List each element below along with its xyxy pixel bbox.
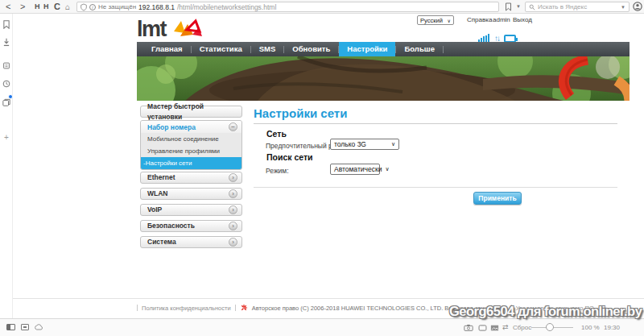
- sidebar-group-title: Набор номера: [147, 123, 196, 131]
- bookmark-dropdown-caret[interactable]: ▼: [516, 4, 521, 9]
- search-icon: [529, 4, 535, 10]
- home-icon[interactable]: ⌂: [65, 1, 70, 13]
- watermark-text: Georg6504 для forum.onliner.by: [449, 304, 642, 319]
- history-clock-icon[interactable]: [2, 80, 10, 88]
- window-mode-icon[interactable]: [21, 324, 29, 330]
- reset-label[interactable]: Сброс: [513, 324, 531, 331]
- nav-statistics[interactable]: Статистика: [192, 42, 250, 56]
- search-dropdown-caret[interactable]: ▼: [621, 5, 625, 10]
- web-page: Русский ∨ Справка admin Выход lmt ↑↓ Гла…: [13, 14, 644, 318]
- reload-icon[interactable]: C: [54, 1, 60, 13]
- section-search-heading: Поиск сети: [266, 152, 313, 162]
- collapse-circle-icon[interactable]: −: [229, 122, 237, 131]
- preferred-mode-select[interactable]: только 3G ∨: [330, 139, 399, 150]
- nav-update[interactable]: Обновить: [284, 42, 338, 56]
- sidebar-item-mobile-connection[interactable]: Мобильное соединение: [141, 133, 242, 145]
- sidebar-item-label: VoIP: [147, 205, 162, 215]
- bookmark-icon[interactable]: [505, 2, 512, 11]
- search-mode-value: Автоматически: [334, 165, 382, 173]
- content-divider: [254, 187, 617, 188]
- toolbar-extra-icon-2[interactable]: H: [43, 1, 49, 13]
- downloads-icon[interactable]: [2, 38, 10, 47]
- search-placeholder: Искать в Яндекс: [538, 3, 618, 10]
- clock-time: 19:30: [604, 324, 620, 331]
- lmt-logo: lmt: [137, 19, 166, 40]
- nav-sms[interactable]: SMS: [251, 42, 284, 56]
- preferred-mode-value: только 3G: [334, 140, 366, 148]
- sidebar-item-system[interactable]: Система ›: [140, 236, 242, 248]
- url-bar[interactable]: i Не защищён 192.168.8.1 /html/mobilenet…: [76, 2, 499, 12]
- expand-circle-icon[interactable]: ›: [229, 222, 237, 230]
- sidebar-item-label: WLAN: [147, 189, 168, 199]
- bookmarks-panel-icon[interactable]: [2, 20, 10, 29]
- zoom-level: 100 %: [581, 324, 600, 331]
- apply-button[interactable]: Применить: [473, 192, 522, 205]
- toolbar-extra-icon-1[interactable]: H: [35, 1, 40, 13]
- banner-image: [137, 56, 630, 101]
- sidebar-item-network-settings-selected[interactable]: -Настройки сети: [141, 157, 242, 169]
- back-button[interactable]: <: [6, 1, 10, 13]
- footer-divider: [13, 298, 644, 299]
- sidebar-item-label: Система: [147, 237, 176, 247]
- huawei-logo-icon: [240, 304, 248, 312]
- search-box[interactable]: Искать в Яндекс ▼: [525, 2, 630, 12]
- sidebar-item-voip[interactable]: VoIP ›: [140, 204, 242, 216]
- sidebar-item-wlan[interactable]: WLAN ›: [140, 188, 242, 200]
- sidebar-item-wizard[interactable]: Мастер быстрой установки: [140, 106, 242, 118]
- language-select[interactable]: Русский ∨: [417, 15, 454, 25]
- search-mode-select[interactable]: Автоматически ∨: [330, 164, 380, 175]
- screen: < > H H C ⌂ i Не защищён 192.168.8.1 /ht…: [0, 0, 644, 336]
- cloud-icon[interactable]: [34, 324, 43, 330]
- chevron-down-icon: ∨: [391, 141, 395, 147]
- sidebar-item-label: Мастер быстрой установки: [147, 102, 237, 122]
- title-divider: [254, 123, 617, 124]
- expand-circle-icon[interactable]: ›: [229, 173, 237, 182]
- forward-button[interactable]: >: [20, 1, 25, 13]
- help-link[interactable]: Справка: [467, 16, 492, 23]
- profile-avatar-icon[interactable]: [633, 2, 642, 11]
- mode-label: Режим:: [266, 167, 289, 175]
- main-navigation: Главная Статистика SMS Обновить Настройк…: [137, 42, 630, 56]
- tabs-icon[interactable]: [2, 96, 10, 110]
- nav-settings-active[interactable]: Настройки: [339, 42, 395, 56]
- shield-icon: [80, 3, 87, 11]
- url-host: 192.168.8.1: [138, 3, 175, 11]
- expand-circle-icon[interactable]: ›: [229, 205, 237, 214]
- nav-separator: [443, 46, 444, 53]
- logout-link[interactable]: Выход: [513, 16, 532, 23]
- side-panel-toggle-icon[interactable]: [6, 324, 15, 330]
- nav-more[interactable]: Больше: [396, 42, 442, 56]
- url-path: /html/mobilenetworksettings.html: [177, 3, 276, 11]
- chevron-down-icon: ∨: [448, 18, 451, 23]
- footer-separator: [235, 305, 236, 311]
- nav-home[interactable]: Главная: [143, 42, 191, 56]
- sidebar-item-security[interactable]: Безопасность ›: [140, 220, 242, 232]
- sidebar-group-header[interactable]: Набор номера −: [141, 121, 242, 133]
- section-network-heading: Сеть: [266, 129, 287, 139]
- privacy-policy-link[interactable]: Политика конфиденциальности: [142, 305, 231, 312]
- expand-circle-icon[interactable]: ›: [229, 189, 237, 198]
- browser-status-bar: ⇄ Сброс 100 % 19:30: [0, 318, 644, 336]
- sidebar-item-ethernet[interactable]: Ethernet ›: [140, 172, 242, 184]
- sidebar-item-profiles[interactable]: Управление профилями: [141, 145, 242, 157]
- footer-separator: [137, 305, 138, 311]
- security-label: Не защищён: [98, 3, 136, 10]
- browser-toolbar: < > H H C ⌂ i Не защищён 192.168.8.1 /ht…: [0, 0, 644, 14]
- screenshot-camera-icon[interactable]: [464, 324, 473, 331]
- lmt-logo-triangles: [172, 18, 204, 40]
- image-icon[interactable]: [490, 325, 499, 331]
- info-icon[interactable]: i: [89, 4, 96, 10]
- sidebar-item-label: Настройки сети: [146, 160, 192, 167]
- expand-circle-icon[interactable]: ›: [229, 238, 237, 247]
- language-value: Русский: [420, 17, 443, 24]
- sidebar-item-label: Безопасность: [147, 221, 195, 231]
- sidebar-item-label: Ethernet: [147, 172, 175, 183]
- reader-icon[interactable]: [2, 62, 10, 69]
- add-panel-icon[interactable]: +: [2, 133, 10, 142]
- region-select-icon[interactable]: [478, 325, 487, 331]
- logged-in-user: admin: [493, 16, 510, 23]
- browser-side-panel: +: [0, 14, 13, 318]
- swap-arrows-icon[interactable]: ⇄: [502, 323, 509, 331]
- page-title: Настройки сети: [254, 106, 347, 120]
- zoom-slider-knob[interactable]: [546, 323, 554, 331]
